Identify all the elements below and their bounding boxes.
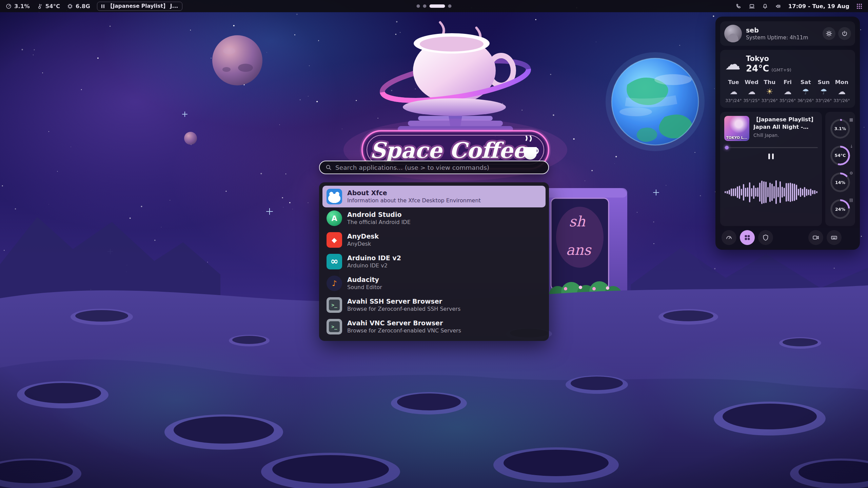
temperature-indicator[interactable]: 54°C (37, 3, 60, 9)
forecast-temps: 33°/26° (815, 98, 832, 103)
shield-icon (762, 234, 769, 241)
workspace-dot[interactable] (417, 4, 420, 8)
power-icon (841, 30, 848, 37)
search-box[interactable] (319, 161, 549, 174)
system-uptime: System Uptime: 4h11m (746, 35, 808, 41)
keyboard-icon (830, 234, 838, 241)
disk-icon: ▤ (849, 198, 853, 202)
keyboard-button[interactable] (827, 230, 842, 245)
pause-icon (101, 4, 104, 8)
forecast-day: Wed ☁ 35°/25° (743, 79, 760, 103)
speedometer-icon (725, 234, 733, 241)
track-progress[interactable] (724, 145, 818, 150)
app-name: Avahi VNC Server Browser (347, 319, 461, 327)
arduino-icon (327, 254, 342, 269)
forecast-temps: 33°/26° (833, 98, 850, 103)
app-list-item[interactable]: Arduino IDE v2 Arduino IDE v2 (322, 251, 546, 272)
phone-icon[interactable] (735, 3, 742, 9)
app-name: Audacity (347, 276, 382, 284)
album-art: TOKYO L... (724, 116, 749, 141)
app-launcher-button[interactable] (740, 230, 755, 245)
app-description: Browse for Zeroconf-enabled SSH Servers (347, 306, 460, 312)
settings-button[interactable] (823, 27, 835, 40)
workspace-dot[interactable] (430, 4, 445, 8)
forecast-day-label: Tue (728, 79, 739, 85)
memory-usage[interactable]: 6.8G (67, 3, 90, 9)
media-player-card: TOKYO L... 【Japanese Playlist】 Japan All… (720, 112, 822, 226)
app-list-item[interactable]: About Xfce Information about the Xfce De… (322, 186, 546, 207)
control-sidebar: seb System Uptime: 4h11m ☁ Tokyo 24°C (715, 17, 860, 250)
forecast-day-label: Fri (784, 79, 792, 85)
album-art-label: TOKYO L... (724, 136, 749, 140)
app-list-item[interactable]: Audacity Sound Editor (322, 272, 546, 294)
app-description: Sound Editor (347, 284, 382, 291)
memory-value: 6.8G (76, 3, 90, 9)
forecast-row: Tue ☁ 33°/24° Wed ☁ 35°/25° Thu ☀ 33°/26… (725, 79, 850, 103)
bell-icon[interactable] (762, 3, 768, 9)
system-gauge: 24% ▤ (830, 199, 850, 219)
cpu-usage-value: 3.1% (14, 3, 30, 9)
now-playing-text: 【Japanese Playlist】 J... (107, 3, 178, 10)
sunny-icon: ☀ (766, 88, 773, 96)
gauge-value: 14% (830, 172, 850, 192)
play-pause-button[interactable] (767, 152, 775, 161)
weather-card: ☁ Tokyo 24°C (GMT+9) Tue ☁ 33°/24° (720, 50, 855, 108)
app-grid-icon[interactable] (856, 3, 863, 9)
system-gauge: 3.1% ▦ (830, 119, 850, 139)
app-name: Avahi SSH Server Browser (347, 298, 460, 306)
memory-icon: ⚙ (849, 171, 853, 176)
system-gauge: 54°C ↓ (830, 146, 850, 165)
dashboard-button[interactable] (722, 230, 736, 245)
weather-temperature: 24°C (746, 63, 769, 74)
app-description: Arduino IDE v2 (347, 262, 401, 269)
cloudy-icon: ☁ (730, 88, 737, 96)
user-card: seb System Uptime: 4h11m (720, 21, 855, 46)
forecast-day-label: Sat (801, 79, 811, 85)
cloud-icon: ☁ (725, 56, 741, 72)
volume-icon[interactable] (775, 3, 782, 9)
security-button[interactable] (758, 230, 773, 245)
temperature-value: 54°C (45, 3, 60, 9)
memory-chip-icon (67, 3, 73, 9)
forecast-day: Fri ☁ 35°/26° (779, 79, 796, 103)
gauge-value: 3.1% (830, 119, 850, 139)
app-name: About Xfce (347, 189, 481, 197)
now-playing-pill[interactable]: 【Japanese Playlist】 J... (97, 2, 182, 11)
app-description: AnyDesk (347, 241, 379, 247)
forecast-day: Tue ☁ 33°/24° (725, 79, 742, 103)
workspace-dot[interactable] (448, 4, 452, 8)
app-list-item[interactable]: AnyDesk AnyDesk (322, 229, 546, 251)
forecast-day-label: Sun (818, 79, 830, 85)
app-description: Browse for Zeroconf-enabled VNC Servers (347, 327, 461, 334)
waveform (724, 162, 818, 222)
forecast-day: Sun ☂ 33°/26° (815, 79, 832, 103)
forecast-day: Mon ☁ 33°/26° (833, 79, 850, 103)
forecast-day-label: Mon (835, 79, 849, 85)
screen-record-button[interactable] (808, 230, 823, 245)
app-list-item[interactable]: Avahi SSH Server Browser Browse for Zero… (322, 294, 546, 316)
app-description: The official Android IDE (347, 219, 411, 226)
workspace-indicator (417, 0, 452, 12)
topbar: 3.1% 54°C 6.8G 【Japanese Playlist】 J... (0, 0, 868, 12)
cloudy-icon: ☁ (748, 88, 755, 96)
anydesk-icon (327, 232, 342, 248)
app-name: Android Studio (347, 211, 411, 219)
avatar (724, 25, 742, 42)
workspace-dot[interactable] (423, 4, 427, 8)
forecast-day: Sat ☂ 36°/26° (797, 79, 814, 103)
cloudy-icon: ☁ (838, 88, 846, 96)
cpu-usage[interactable]: 3.1% (5, 3, 30, 9)
laptop-icon[interactable] (749, 3, 755, 9)
avahi-icon (327, 297, 342, 313)
track-subtitle: Chill Japan. (753, 133, 818, 138)
app-list-item[interactable]: Avahi VNC Server Browser Browse for Zero… (322, 316, 546, 338)
progress-handle[interactable] (725, 146, 729, 149)
thermometer-icon (37, 3, 43, 9)
app-name: AnyDesk (347, 232, 379, 241)
app-name: Arduino IDE v2 (347, 254, 401, 262)
clock[interactable]: 17:09 - Tue, 19 Aug (788, 3, 849, 9)
power-button[interactable] (838, 27, 851, 40)
app-list-item[interactable]: Android Studio The official Android IDE (322, 207, 546, 229)
weather-timezone: (GMT+9) (771, 67, 791, 73)
search-input[interactable] (335, 164, 543, 171)
